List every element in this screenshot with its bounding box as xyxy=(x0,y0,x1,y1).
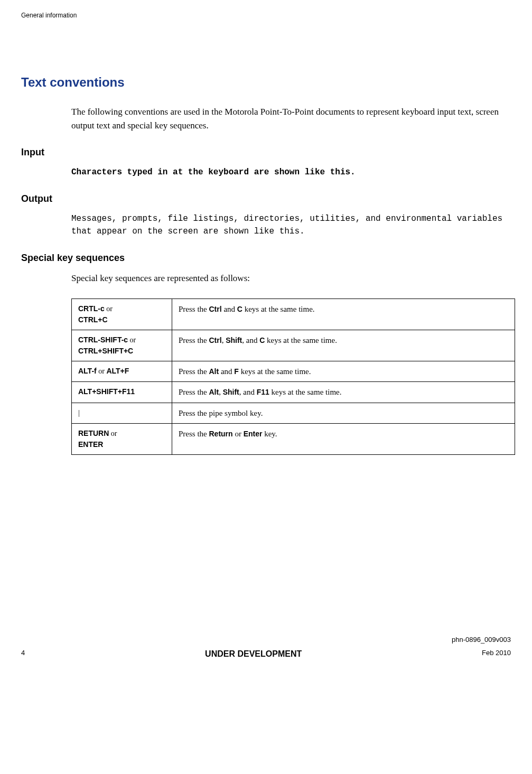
key-cell: ALT+SHIFT+F11 xyxy=(72,382,172,403)
output-example: Messages, prompts, file listings, direct… xyxy=(71,212,511,238)
key-sequences-table: CRTL-c or CTRL+C Press the Ctrl and C ke… xyxy=(71,299,515,455)
table-row: RETURN or ENTER Press the Return or Ente… xyxy=(72,424,515,455)
main-title: Text conventions xyxy=(21,73,511,92)
special-intro: Special key sequences are represented as… xyxy=(71,272,511,285)
key-cell: CTRL-SHIFT-c or CTRL+SHIFT+C xyxy=(72,330,172,361)
desc-cell: Press the Return or Enter key. xyxy=(172,424,515,455)
desc-cell: Press the pipe symbol key. xyxy=(172,403,515,424)
table-row: ALT-f or ALT+F Press the Alt and F keys … xyxy=(72,361,515,382)
table-row: CTRL-SHIFT-c or CTRL+SHIFT+C Press the C… xyxy=(72,330,515,361)
desc-cell: Press the Ctrl and C keys at the same ti… xyxy=(172,299,515,330)
input-heading: Input xyxy=(21,145,511,160)
input-example: Characters typed in at the keyboard are … xyxy=(71,166,511,179)
key-cell: CRTL-c or CTRL+C xyxy=(72,299,172,330)
doc-status: UNDER DEVELOPMENT xyxy=(205,648,302,660)
intro-text: The following conventions are used in th… xyxy=(71,105,511,132)
desc-cell: Press the Alt and F keys at the same tim… xyxy=(172,361,515,382)
desc-cell: Press the Alt, Shift, and F11 keys at th… xyxy=(172,382,515,403)
key-cell: ALT-f or ALT+F xyxy=(72,361,172,382)
special-heading: Special key sequences xyxy=(21,251,511,265)
desc-cell: Press the Ctrl, Shift, and C keys at the… xyxy=(172,330,515,361)
table-row: | Press the pipe symbol key. xyxy=(72,403,515,424)
output-heading: Output xyxy=(21,192,511,206)
table-row: CRTL-c or CTRL+C Press the Ctrl and C ke… xyxy=(72,299,515,330)
table-row: ALT+SHIFT+F11 Press the Alt, Shift, and … xyxy=(72,382,515,403)
key-cell: RETURN or ENTER xyxy=(72,424,172,455)
doc-id: phn-0896_009v003 xyxy=(21,635,511,645)
page-footer: phn-0896_009v003 4 UNDER DEVELOPMENT Feb… xyxy=(21,635,511,660)
doc-date: Feb 2010 xyxy=(482,648,511,660)
page-header: General information xyxy=(21,11,511,20)
key-cell: | xyxy=(72,403,172,424)
page-number: 4 xyxy=(21,648,25,660)
